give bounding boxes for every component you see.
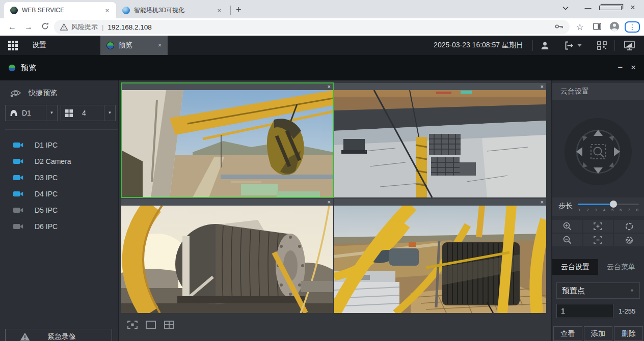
delete-button[interactable]: 删除 (614, 326, 643, 341)
new-tab-button[interactable]: + (233, 5, 247, 18)
video-pane-1[interactable]: × (121, 83, 333, 197)
tab-search-chevron-icon[interactable] (554, 4, 577, 12)
screen-project-icon[interactable] (615, 41, 644, 50)
pane-close-icon[interactable]: × (325, 83, 333, 90)
ptz-pad[interactable] (564, 118, 632, 186)
ptz-tabs: 云台设置 云台菜单 (552, 259, 644, 275)
warning-triangle-icon (20, 332, 30, 341)
video-feed-3 (121, 206, 333, 313)
profile-avatar-icon[interactable] (607, 21, 622, 33)
slider-ticks: 12 34 56 78 (578, 208, 639, 212)
video-feed-4 (334, 206, 546, 313)
chevron-down-icon[interactable]: ▼ (46, 105, 57, 121)
forward-icon[interactable]: → (20, 22, 37, 32)
step-slider[interactable]: 12 34 56 78 (578, 200, 639, 216)
add-button[interactable]: 添加 (584, 326, 613, 341)
iris-close-button[interactable] (614, 234, 644, 246)
app-header: 设置 预览 × 2025-03-23 16:08:57 星期日 (0, 36, 644, 55)
panel-close-icon[interactable]: × (631, 63, 636, 73)
lens-icon (8, 64, 16, 72)
dome-camera-icon (10, 109, 18, 117)
camera-item-d6[interactable]: D6 IPC (0, 218, 118, 235)
preset-number-input[interactable] (556, 304, 613, 318)
layout-select[interactable]: 4 ▼ (61, 105, 116, 121)
eye-magnifier-icon (10, 89, 21, 98)
camcorder-icon (13, 207, 23, 214)
url-text[interactable]: 192.168.2.108 (108, 23, 151, 31)
panel-minimize-icon[interactable]: − (618, 63, 623, 73)
tab-ptz-settings[interactable]: 云台设置 (552, 259, 598, 275)
browser-menu-icon[interactable]: ⋮ (625, 21, 640, 33)
video-pane-3[interactable]: × (121, 198, 333, 313)
zoom-out-button[interactable] (552, 234, 582, 246)
single-view-icon[interactable] (146, 321, 156, 329)
pane-close-icon[interactable]: × (325, 198, 333, 206)
tab-close-icon[interactable]: × (215, 6, 223, 15)
reload-icon[interactable] (37, 22, 53, 32)
camera-item-d3[interactable]: D3 IPC (0, 169, 118, 186)
tab-preview[interactable]: 预览 × (100, 36, 168, 55)
panel-title-bar: 预览 − × (0, 55, 644, 80)
bookmark-star-icon[interactable]: ☆ (573, 22, 587, 33)
tab-close-icon[interactable]: × (103, 6, 111, 15)
ptz-panel: 云台设置 步长 (551, 80, 644, 341)
pane-close-icon[interactable]: × (538, 198, 546, 206)
preset-dropdown[interactable]: 预置点 ▼ (556, 282, 640, 299)
key-icon[interactable] (555, 23, 564, 31)
qr-code-icon[interactable] (589, 41, 614, 50)
tab-ptz-menu[interactable]: 云台菜单 (598, 259, 644, 275)
step-label: 步长 (558, 202, 573, 216)
tab-title: 智能塔机3D可视化 (134, 6, 215, 15)
channel-select[interactable]: D1 ▼ (5, 105, 58, 121)
apps-grid-icon[interactable] (0, 36, 25, 55)
tower-3d-favicon (122, 7, 130, 14)
ptz-step-section: 步长 12 34 56 78 (552, 197, 644, 216)
browser-tab-web-service[interactable]: WEB SERVICE × (4, 2, 116, 18)
slider-fill (578, 204, 613, 205)
logout-icon[interactable] (557, 41, 589, 50)
quick-preview-header: 快捷预览 (10, 89, 118, 98)
browser-tab-strip: WEB SERVICE × 智能塔机3D可视化 × + — × (0, 0, 644, 18)
chevron-down-icon[interactable]: ▼ (104, 105, 115, 121)
ptz-lens-buttons (552, 220, 644, 246)
focus-in-button[interactable] (583, 220, 613, 233)
quad-view-icon[interactable] (164, 321, 174, 329)
chevron-down-icon: ▼ (630, 288, 634, 293)
grid-2x2-icon (65, 109, 73, 117)
back-icon[interactable]: ← (4, 22, 20, 32)
warning-triangle-icon (60, 23, 68, 31)
menu-settings[interactable]: 设置 (25, 36, 53, 55)
camcorder-icon (13, 158, 23, 165)
camera-item-d1[interactable]: D1 IPC (0, 137, 118, 153)
emergency-record-button[interactable]: 紧急录像 (5, 329, 112, 341)
video-pane-2[interactable]: × (334, 83, 546, 197)
window-restore-button[interactable] (599, 4, 622, 12)
user-icon[interactable] (533, 41, 557, 50)
video-pane-4[interactable]: × (334, 198, 546, 313)
pane-close-icon[interactable]: × (538, 83, 546, 90)
slider-knob[interactable] (610, 201, 617, 208)
omnibox[interactable]: 风险提示 | 192.168.2.108 (54, 20, 570, 34)
camera-item-d2[interactable]: D2 Camera (0, 153, 118, 169)
window-close-button[interactable]: × (622, 3, 644, 12)
camcorder-icon (13, 141, 23, 149)
focus-out-button[interactable] (583, 234, 613, 246)
ptz-panel-title: 云台设置 (552, 83, 644, 100)
tab-title: WEB SERVICE (22, 7, 103, 14)
camcorder-icon (13, 190, 23, 197)
security-warning-text[interactable]: 风险提示 (71, 22, 98, 32)
preview-tab-close-icon[interactable]: × (158, 42, 162, 49)
window-minimize-button[interactable]: — (577, 4, 599, 12)
camera-item-d4[interactable]: D4 IPC (0, 186, 118, 202)
datetime-display: 2025-03-23 16:08:57 星期日 (434, 41, 532, 50)
iris-open-button[interactable] (614, 220, 644, 233)
preset-range-label: 1-255 (619, 307, 635, 315)
zoom-in-button[interactable] (552, 220, 582, 233)
view-button[interactable]: 查看 (553, 326, 582, 341)
camera-list: D1 IPC D2 Camera D3 IPC D4 IPC D5 IPC D6… (0, 137, 118, 235)
side-panel-icon[interactable] (590, 23, 604, 32)
video-feed-2 (334, 90, 546, 197)
fullscreen-icon[interactable] (127, 321, 138, 329)
camera-item-d5[interactable]: D5 IPC (0, 202, 118, 218)
browser-tab-3d[interactable]: 智能塔机3D可视化 × (116, 2, 228, 18)
